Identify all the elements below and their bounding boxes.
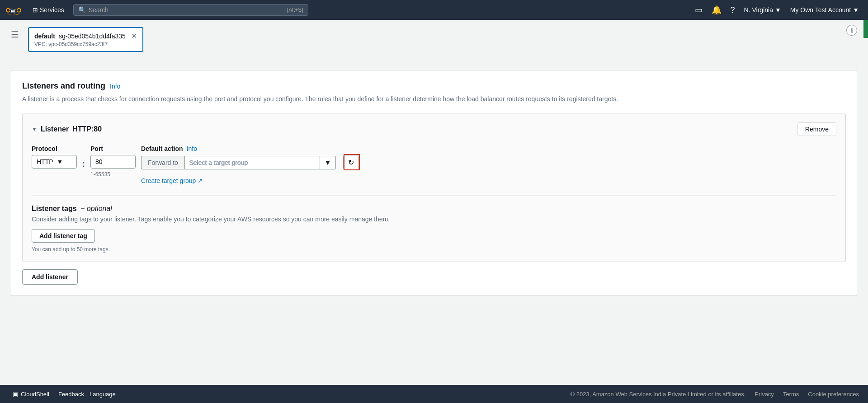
tags-title-text: Listener tags [32,205,77,212]
account-label: My Own Test Account [790,6,851,14]
grid-icon: ⊞ [33,6,38,14]
listener-header: ▼ Listener HTTP:80 Remove [32,122,836,136]
refresh-button[interactable]: ↻ [343,155,359,170]
forward-to-label: Forward to [141,156,184,169]
protocol-group: Protocol HTTP ▼ [32,145,77,169]
bell-icon-btn[interactable]: 🔔 [708,3,725,17]
chevron-down-icon: ▼ [775,6,781,14]
hamburger-menu[interactable]: ☰ [11,29,19,40]
listener-tags-section: Listener tags – optional Consider adding… [32,195,836,253]
search-shortcut: [Alt+S] [287,7,303,13]
tags-optional-label: optional [87,205,112,212]
help-icon: ? [731,5,735,15]
section-description: A listener is a process that checks for … [22,94,846,104]
create-target-group-label: Create target group [141,177,196,184]
tags-title: Listener tags – optional [32,205,836,213]
remove-button[interactable]: Remove [797,122,836,136]
listener-title: ▼ Listener HTTP:80 [32,125,102,133]
help-icon-btn[interactable]: ? [727,4,739,17]
refresh-icon: ↻ [348,158,354,167]
protocol-chevron-icon: ▼ [57,158,63,165]
bell-icon: 🔔 [712,5,722,15]
terminal-icon-btn[interactable]: ▭ [691,3,706,17]
section-title-text: Listeners and routing [22,81,105,91]
default-action-group: Default action Info Forward to Select a … [141,145,836,184]
terminal-icon: ▭ [695,5,703,15]
sg-chip-vpc: VPC: vpc-05d359cc759ac23f7 [34,41,137,47]
aws-logo[interactable] [5,5,22,15]
account-chevron-icon: ▼ [853,6,859,14]
region-selector[interactable]: N. Virginia ▼ [741,5,785,15]
port-hint: 1-65535 [90,171,136,178]
sg-chip-id: sg-05ed054b1dd4fa335 [59,33,126,40]
search-input[interactable] [89,6,283,14]
default-action-info-link[interactable]: Info [187,145,197,152]
protocol-label: Protocol [32,145,77,152]
main-content: ☰ default sg-05ed054b1dd4fa335 ✕ VPC: vp… [0,20,868,385]
listener-fields-row: Protocol HTTP ▼ : Port 1-65535 Defa [32,145,836,184]
chevron-down-icon: ▼ [32,126,37,132]
default-action-label: Default action [141,145,183,152]
security-group-chip: default sg-05ed054b1dd4fa335 ✕ VPC: vpc-… [28,27,143,52]
default-action-label-row: Default action Info [141,145,836,152]
external-link-icon: ↗ [198,177,203,184]
target-group-dropdown-arrow[interactable]: ▼ [320,156,336,169]
top-navigation: ⊞ Services 🔍 [Alt+S] ▭ 🔔 ? N. Virginia ▼… [0,0,868,20]
region-label: N. Virginia [744,6,773,14]
target-group-select[interactable]: Select a target group [184,156,320,169]
add-tag-button[interactable]: Add listener tag [32,229,95,243]
services-label: Services [40,6,64,14]
sg-chip-label: default [34,33,55,40]
create-target-group-link[interactable]: Create target group ↗ [141,177,203,184]
tags-description: Consider adding tags to your listener. T… [32,216,836,223]
colon-separator: : [82,145,85,169]
search-bar[interactable]: 🔍 [Alt+S] [73,4,308,16]
search-icon: 🔍 [78,6,86,14]
section-info-link[interactable]: Info [110,83,120,90]
protocol-select[interactable]: HTTP ▼ [32,155,77,169]
section-title: Listeners and routing Info [22,81,846,91]
listener-panel: ▼ Listener HTTP:80 Remove Protocol HTTP … [22,113,846,262]
services-menu[interactable]: ⊞ Services [29,5,68,15]
port-label: Port [90,145,136,152]
listeners-section: Listeners and routing Info A listener is… [11,70,857,296]
forward-to-row: Forward to Select a target group Select … [141,156,336,169]
nav-right: ▭ 🔔 ? N. Virginia ▼ My Own Test Account … [691,3,863,17]
add-listener-button[interactable]: Add listener [22,269,78,285]
port-input[interactable] [90,155,136,169]
protocol-value: HTTP [37,158,53,165]
page-info-button[interactable]: ℹ [846,25,857,36]
sg-chip-close-button[interactable]: ✕ [131,32,137,40]
listener-protocol-port: HTTP:80 [72,125,102,133]
tags-limit-text: You can add up to 50 more tags. [32,246,836,253]
green-side-indicator [863,20,868,38]
port-group: Port 1-65535 [90,145,136,178]
account-selector[interactable]: My Own Test Account ▼ [787,5,863,15]
listener-label: Listener [41,125,69,133]
